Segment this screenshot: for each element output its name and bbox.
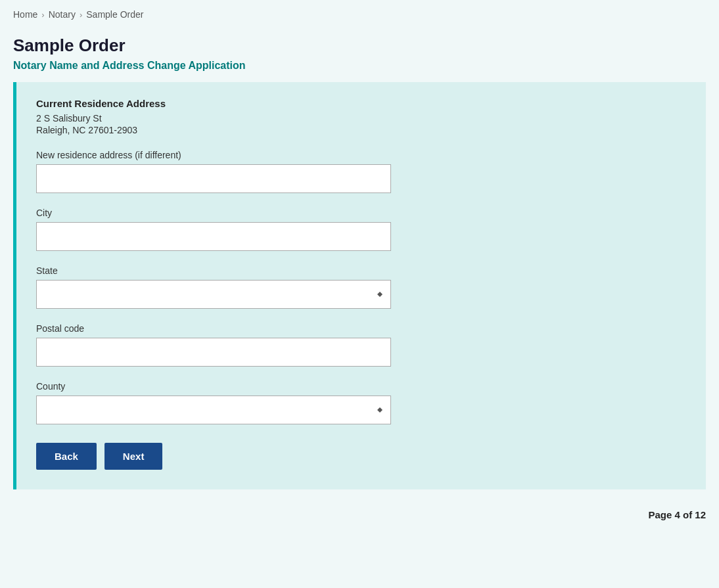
state-select[interactable]: NC SC VA: [36, 280, 391, 309]
postal-code-label: Postal code: [36, 323, 686, 334]
new-address-input[interactable]: [36, 164, 391, 193]
next-button[interactable]: Next: [104, 443, 163, 470]
back-button[interactable]: Back: [36, 443, 97, 470]
county-select[interactable]: Wake Mecklenburg Durham: [36, 396, 391, 424]
state-group: State NC SC VA: [36, 265, 686, 309]
postal-code-group: Postal code: [36, 323, 686, 367]
page-title: Sample Order: [0, 29, 719, 58]
breadcrumb: Home › Notary › Sample Order: [0, 0, 719, 29]
page-subtitle: Notary Name and Address Change Applicati…: [0, 58, 719, 82]
current-address-line2: Raleigh, NC 27601-2903: [36, 125, 686, 135]
page-footer: Page 4 of 12: [0, 503, 719, 527]
breadcrumb-current: Sample Order: [86, 9, 143, 20]
city-group: City: [36, 208, 686, 251]
current-address-section: Current Residence Address 2 S Salisbury …: [36, 98, 686, 135]
button-row: Back Next: [36, 443, 686, 470]
city-input[interactable]: [36, 222, 391, 251]
new-address-label: New residence address (if different): [36, 150, 686, 160]
breadcrumb-home[interactable]: Home: [13, 9, 37, 20]
form-container: Current Residence Address 2 S Salisbury …: [13, 82, 706, 489]
county-group: County Wake Mecklenburg Durham: [36, 381, 686, 424]
city-label: City: [36, 208, 686, 218]
state-label: State: [36, 265, 686, 276]
postal-code-input[interactable]: [36, 338, 391, 367]
current-address-label: Current Residence Address: [36, 98, 686, 109]
county-label: County: [36, 381, 686, 392]
breadcrumb-sep-1: ›: [41, 10, 44, 20]
breadcrumb-sep-2: ›: [80, 10, 82, 20]
new-address-group: New residence address (if different): [36, 150, 686, 193]
current-address-line1: 2 S Salisbury St: [36, 113, 686, 124]
breadcrumb-notary[interactable]: Notary: [49, 9, 76, 20]
